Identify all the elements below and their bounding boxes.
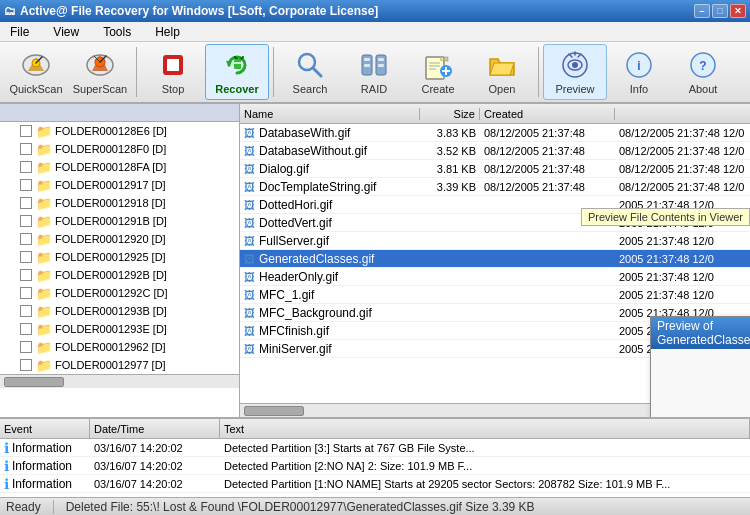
tree-item[interactable]: 📁FOLDER0001292C [D] <box>0 284 239 302</box>
tree-items: 📁FOLDER000128E6 [D]📁FOLDER000128F0 [D]📁F… <box>0 122 239 374</box>
col-header-name[interactable]: Name <box>240 108 420 120</box>
quickscan-button[interactable]: QuickScan <box>4 44 68 100</box>
recover-button[interactable]: Recover <box>205 44 269 100</box>
superscan-button[interactable]: SuperScan <box>68 44 132 100</box>
search-icon <box>294 49 326 81</box>
file-row[interactable]: 🖼 FullServer.gif 2005 21:37:48 12/0 <box>240 232 750 250</box>
tree-h-scrollbar[interactable] <box>0 374 239 388</box>
tree-checkbox[interactable] <box>20 197 32 209</box>
preview-button[interactable]: Preview <box>543 44 607 100</box>
file-name: DatabaseWith.gif <box>259 126 350 140</box>
folder-tree[interactable]: 📁FOLDER000128E6 [D]📁FOLDER000128F0 [D]📁F… <box>0 104 240 417</box>
tree-item[interactable]: 📁FOLDER0001292B [D] <box>0 266 239 284</box>
file-name: DatabaseWithout.gif <box>259 144 367 158</box>
open-button[interactable]: Open <box>470 44 534 100</box>
app-icon: 🗂 <box>4 4 16 18</box>
toolbar: QuickScan SuperScan Stop Recover <box>0 42 750 104</box>
file-name: MFC_1.gif <box>259 288 314 302</box>
file-row[interactable]: 🖼 HeaderOnly.gif 2005 21:37:48 12/0 <box>240 268 750 286</box>
file-row[interactable]: 🖼 GeneratedClasses.gif 2005 21:37:48 12/… <box>240 250 750 268</box>
tree-item[interactable]: 📁FOLDER0001291B [D] <box>0 212 239 230</box>
tree-item[interactable]: 📁FOLDER000128F0 [D] <box>0 140 239 158</box>
menu-file[interactable]: File <box>4 23 35 41</box>
log-event-text: Information <box>12 459 72 473</box>
col-header-size[interactable]: Size <box>420 108 480 120</box>
tree-item[interactable]: 📁FOLDER00012920 [D] <box>0 230 239 248</box>
log-event-text: Information <box>12 441 72 455</box>
main-wrapper: 📁FOLDER000128E6 [D]📁FOLDER000128F0 [D]📁F… <box>0 104 750 515</box>
tree-checkbox[interactable] <box>20 125 32 137</box>
file-date-cell: 08/12/2005 21:37:48 <box>480 145 615 157</box>
tree-item[interactable]: 📁FOLDER00012925 [D] <box>0 248 239 266</box>
menu-tools[interactable]: Tools <box>97 23 137 41</box>
svg-rect-11 <box>364 58 370 61</box>
menu-bar: File View Tools Help <box>0 22 750 42</box>
file-name-cell: 🖼 DocTemplateString.gif <box>240 180 420 194</box>
svg-rect-15 <box>378 64 384 67</box>
svg-rect-12 <box>364 64 370 67</box>
file-row[interactable]: 🖼 DatabaseWithout.gif 3.52 KB 08/12/2005… <box>240 142 750 160</box>
file-icon: 🖼 <box>244 343 255 355</box>
file-scroll-thumb[interactable] <box>244 406 304 416</box>
recover-icon <box>221 49 253 81</box>
tree-checkbox[interactable] <box>20 323 32 335</box>
minimize-button[interactable]: – <box>694 4 710 18</box>
file-name: GeneratedClasses.gif <box>259 252 374 266</box>
tree-checkbox[interactable] <box>20 215 32 227</box>
file-row[interactable]: 🖼 DocTemplateString.gif 3.39 KB 08/12/20… <box>240 178 750 196</box>
close-button[interactable]: ✕ <box>730 4 746 18</box>
file-date-cell: 08/12/2005 21:37:48 <box>480 181 615 193</box>
info-button[interactable]: i Info <box>607 44 671 100</box>
file-icon: 🖼 <box>244 181 255 193</box>
raid-button[interactable]: RAID <box>342 44 406 100</box>
log-text-cell: Detected Partition [3:] Starts at 767 GB… <box>220 442 750 454</box>
col-header-created[interactable]: Created <box>480 108 615 120</box>
stop-button[interactable]: Stop <box>141 44 205 100</box>
search-button[interactable]: Search <box>278 44 342 100</box>
raid-label: RAID <box>361 83 387 95</box>
tree-checkbox[interactable] <box>20 143 32 155</box>
menu-view[interactable]: View <box>47 23 85 41</box>
file-row[interactable]: 🖼 MFC_1.gif 2005 21:37:48 12/0 <box>240 286 750 304</box>
maximize-button[interactable]: □ <box>712 4 728 18</box>
file-row[interactable]: 🖼 DatabaseWith.gif 3.83 KB 08/12/2005 21… <box>240 124 750 142</box>
tree-checkbox[interactable] <box>20 287 32 299</box>
tree-item[interactable]: 📁FOLDER00012962 [D] <box>0 338 239 356</box>
tree-item[interactable]: 📁FOLDER000128FA [D] <box>0 158 239 176</box>
sep1 <box>136 47 137 97</box>
tree-checkbox[interactable] <box>20 251 32 263</box>
file-row[interactable]: 🖼 Dialog.gif 3.81 KB 08/12/2005 21:37:48… <box>240 160 750 178</box>
content-row: 📁FOLDER000128E6 [D]📁FOLDER000128F0 [D]📁F… <box>0 104 750 417</box>
file-extra-cell: 08/12/2005 21:37:48 12/0 <box>615 181 750 193</box>
tree-checkbox[interactable] <box>20 359 32 371</box>
file-extra-cell: 2005 21:37:48 12/0 <box>615 271 750 283</box>
tree-scroll-thumb[interactable] <box>4 377 64 387</box>
tree-item[interactable]: 📁FOLDER0001293E [D] <box>0 320 239 338</box>
tree-checkbox[interactable] <box>20 161 32 173</box>
file-icon: 🖼 <box>244 163 255 175</box>
hat-image <box>670 389 750 417</box>
tree-checkbox[interactable] <box>20 341 32 353</box>
tree-checkbox[interactable] <box>20 305 32 317</box>
file-name-cell: 🖼 GeneratedClasses.gif <box>240 252 420 266</box>
tree-item[interactable]: 📁FOLDER00012977 [D] <box>0 356 239 374</box>
preview-popup: Preview of GeneratedClasses.gif ✕ <box>650 316 750 417</box>
tree-item[interactable]: 📁FOLDER00012918 [D] <box>0 194 239 212</box>
menu-help[interactable]: Help <box>149 23 186 41</box>
about-icon: ? <box>687 49 719 81</box>
file-icon: 🖼 <box>244 217 255 229</box>
tree-checkbox[interactable] <box>20 233 32 245</box>
tree-checkbox[interactable] <box>20 179 32 191</box>
tree-item[interactable]: 📁FOLDER0001293B [D] <box>0 302 239 320</box>
log-event-cell: ℹ Information <box>0 440 90 456</box>
about-button[interactable]: ? About <box>671 44 735 100</box>
create-button[interactable]: Create <box>406 44 470 100</box>
svg-rect-17 <box>444 57 448 61</box>
tree-checkbox[interactable] <box>20 269 32 281</box>
tree-item[interactable]: 📁FOLDER00012917 [D] <box>0 176 239 194</box>
superscan-icon <box>84 49 116 81</box>
file-icon: 🖼 <box>244 253 255 265</box>
log-event-cell: ℹ Information <box>0 458 90 474</box>
tree-item[interactable]: 📁FOLDER000128E6 [D] <box>0 122 239 140</box>
log-row: ℹ Information 03/16/07 14:20:02 Detected… <box>0 457 750 475</box>
